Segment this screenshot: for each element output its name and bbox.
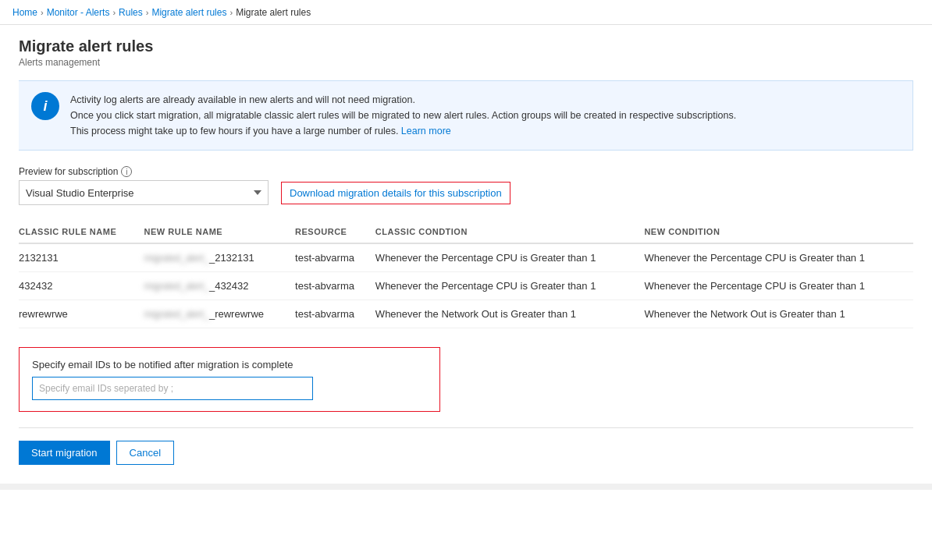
table-row: 432432migrated_alert__432432test-abvarma… (19, 272, 913, 300)
subscription-wrapper: Preview for subscription i Visual Studio… (19, 166, 269, 205)
breadcrumb-home[interactable]: Home (12, 7, 37, 18)
info-line3: This process might take up to few hours … (70, 126, 398, 136)
table-header: CLASSIC RULE NAME NEW RULE NAME RESOURCE… (19, 221, 913, 243)
breadcrumb-monitor-alerts[interactable]: Monitor - Alerts (47, 7, 110, 18)
col-new-rule-name: NEW RULE NAME (144, 221, 296, 243)
new-rule-name: migrated_alert__432432 (144, 272, 296, 300)
classic-condition: Whenever the Network Out is Greater than… (375, 300, 645, 328)
info-line1: Activity log alerts are already availabl… (70, 94, 415, 105)
new-condition: Whenever the Network Out is Greater than… (644, 300, 913, 328)
action-buttons: Start migration Cancel (19, 427, 913, 465)
info-line2: Once you click start migration, all migr… (70, 110, 736, 121)
info-text: Activity log alerts are already availabl… (70, 92, 736, 139)
breadcrumb-current: Migrate alert rules (236, 7, 311, 18)
page-subtitle: Alerts management (19, 57, 913, 68)
breadcrumb-sep-4: › (229, 8, 233, 17)
col-classic-condition: CLASSIC CONDTION (375, 221, 645, 243)
main-content: Migrate alert rules Alerts management i … (0, 25, 932, 477)
email-section-label: Specify email IDs to be notified after m… (32, 359, 427, 370)
download-migration-link[interactable]: Download migration details for this subs… (281, 182, 510, 204)
breadcrumb-sep-3: › (146, 8, 149, 17)
new-condition: Whenever the Percentage CPU is Greater t… (644, 243, 913, 272)
classic-rule-name: 432432 (19, 272, 144, 300)
breadcrumb-nav: Home › Monitor - Alerts › Rules › Migrat… (0, 0, 932, 25)
breadcrumb-sep-1: › (41, 8, 44, 17)
new-rule-name: migrated_alert__rewrewrwe (144, 300, 296, 328)
resource: test-abvarma (295, 243, 375, 272)
start-migration-button[interactable]: Start migration (19, 441, 110, 465)
subscription-label: Preview for subscription i (19, 166, 269, 177)
classic-rule-name: rewrewrwe (19, 300, 144, 328)
table-row: 2132131migrated_alert__2132131test-abvar… (19, 243, 913, 272)
info-banner: i Activity log alerts are already availa… (19, 80, 913, 151)
new-condition: Whenever the Percentage CPU is Greater t… (644, 272, 913, 300)
table-body: 2132131migrated_alert__2132131test-abvar… (19, 243, 913, 328)
breadcrumb-rules[interactable]: Rules (119, 7, 143, 18)
page-title: Migrate alert rules (19, 37, 913, 55)
classic-condition: Whenever the Percentage CPU is Greater t… (375, 272, 645, 300)
subscription-row: Preview for subscription i Visual Studio… (19, 166, 913, 205)
subscription-dropdown[interactable]: Visual Studio Enterprise (19, 180, 269, 205)
new-rule-name: migrated_alert__2132131 (144, 243, 296, 272)
resource: test-abvarma (295, 300, 375, 328)
subscription-info-icon[interactable]: i (121, 166, 132, 177)
classic-condition: Whenever the Percentage CPU is Greater t… (375, 243, 645, 272)
info-icon: i (31, 92, 59, 120)
cancel-button[interactable]: Cancel (116, 441, 174, 465)
breadcrumb-sep-2: › (112, 8, 116, 17)
email-input[interactable] (32, 377, 313, 400)
rules-table: CLASSIC RULE NAME NEW RULE NAME RESOURCE… (19, 221, 913, 328)
table-row: rewrewrwemigrated_alert__rewrewrwetest-a… (19, 300, 913, 328)
col-classic-rule-name: CLASSIC RULE NAME (19, 221, 144, 243)
resource: test-abvarma (295, 272, 375, 300)
col-new-condition: NEW CONDITION (644, 221, 913, 243)
email-section: Specify email IDs to be notified after m… (19, 347, 440, 412)
scroll-area (0, 484, 932, 490)
learn-more-link[interactable]: Learn more (401, 126, 451, 136)
col-resource: RESOURCE (295, 221, 375, 243)
breadcrumb: Home › Monitor - Alerts › Rules › Migrat… (12, 7, 311, 18)
breadcrumb-migrate-alert-rules[interactable]: Migrate alert rules (151, 7, 226, 18)
classic-rule-name: 2132131 (19, 243, 144, 272)
